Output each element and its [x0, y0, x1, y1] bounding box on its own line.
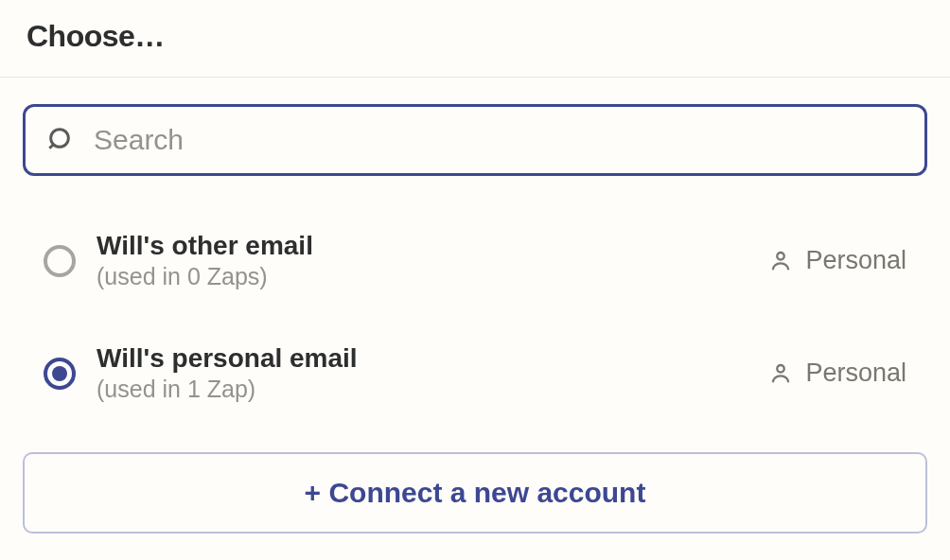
account-option-text: Will's personal email (used in 1 Zap): [97, 343, 747, 403]
account-option-text: Will's other email (used in 0 Zaps): [97, 231, 747, 290]
modal-body: Will's other email (used in 0 Zaps) Pers…: [0, 78, 950, 552]
account-name: Will's other email: [97, 231, 747, 261]
modal-header: Choose…: [0, 0, 950, 78]
account-options-list: Will's other email (used in 0 Zaps) Pers…: [23, 176, 927, 452]
svg-point-0: [51, 130, 69, 148]
search-field-wrapper[interactable]: [23, 104, 927, 176]
account-usage: (used in 0 Zaps): [97, 263, 747, 290]
search-icon: [46, 125, 77, 155]
account-usage: (used in 1 Zap): [97, 376, 747, 403]
svg-point-2: [778, 253, 784, 259]
account-name: Will's personal email: [97, 343, 747, 374]
radio-selected[interactable]: [44, 358, 76, 390]
svg-point-3: [778, 365, 784, 372]
search-input[interactable]: [94, 124, 904, 156]
svg-line-1: [49, 145, 53, 149]
radio-unselected[interactable]: [44, 245, 76, 277]
account-scope: Personal: [767, 246, 906, 275]
account-scope-label: Personal: [805, 246, 906, 275]
person-icon: [767, 248, 794, 274]
person-icon: [767, 360, 794, 387]
account-scope: Personal: [767, 359, 906, 388]
account-option[interactable]: Will's personal email (used in 1 Zap) Pe…: [44, 330, 906, 416]
connect-new-account-button[interactable]: + Connect a new account: [23, 452, 927, 534]
account-option[interactable]: Will's other email (used in 0 Zaps) Pers…: [44, 218, 906, 304]
account-scope-label: Personal: [805, 359, 906, 388]
modal-title: Choose…: [26, 19, 924, 54]
connect-button-label: + Connect a new account: [305, 477, 646, 509]
